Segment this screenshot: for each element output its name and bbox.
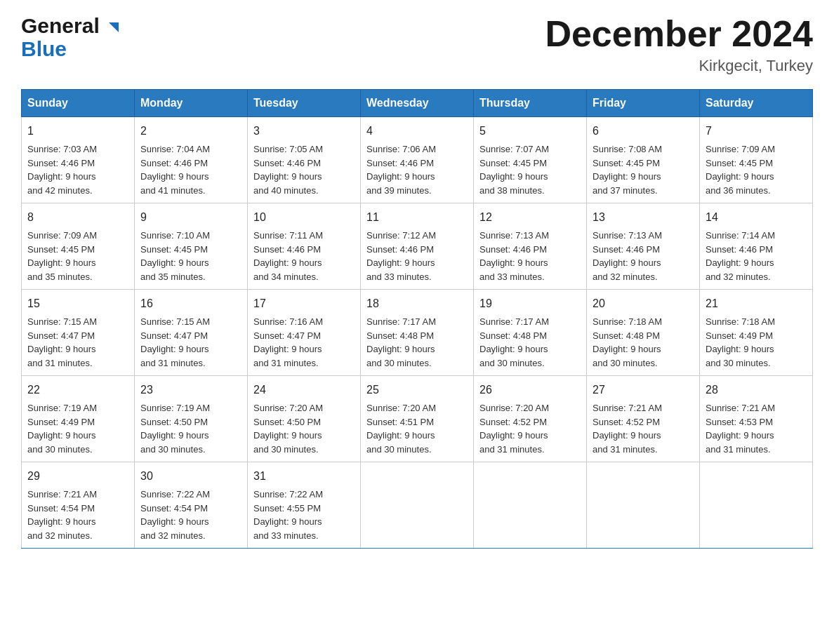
- day-number: 27: [593, 382, 694, 398]
- week-row-4: 22Sunrise: 7:19 AMSunset: 4:49 PMDayligh…: [22, 376, 813, 462]
- day-number: 26: [479, 382, 581, 398]
- day-info: Sunrise: 7:22 AMSunset: 4:55 PMDaylight:…: [253, 489, 323, 541]
- day-number: 17: [253, 295, 355, 312]
- calendar-cell: 4Sunrise: 7:06 AMSunset: 4:46 PMDaylight…: [361, 117, 474, 203]
- calendar-cell: 25Sunrise: 7:20 AMSunset: 4:51 PMDayligh…: [361, 376, 474, 462]
- day-info: Sunrise: 7:15 AMSunset: 4:47 PMDaylight:…: [140, 316, 210, 368]
- day-info: Sunrise: 7:09 AMSunset: 4:45 PMDaylight:…: [27, 230, 97, 282]
- calendar-cell: 2Sunrise: 7:04 AMSunset: 4:46 PMDaylight…: [135, 117, 248, 203]
- day-number: 23: [140, 382, 241, 398]
- day-info: Sunrise: 7:10 AMSunset: 4:45 PMDaylight:…: [140, 230, 210, 282]
- day-number: 28: [706, 382, 807, 398]
- day-number: 1: [27, 123, 128, 140]
- day-number: 10: [253, 209, 355, 226]
- calendar-cell: 22Sunrise: 7:19 AMSunset: 4:49 PMDayligh…: [22, 376, 135, 462]
- day-number: 16: [140, 295, 241, 312]
- calendar-cell: 16Sunrise: 7:15 AMSunset: 4:47 PMDayligh…: [135, 290, 248, 376]
- calendar-cell: 8Sunrise: 7:09 AMSunset: 4:45 PMDaylight…: [22, 203, 135, 290]
- day-number: 31: [253, 468, 355, 485]
- calendar-cell: [587, 462, 700, 549]
- day-info: Sunrise: 7:03 AMSunset: 4:46 PMDaylight:…: [27, 144, 97, 196]
- calendar-cell: 26Sunrise: 7:20 AMSunset: 4:52 PMDayligh…: [474, 376, 587, 462]
- day-number: 8: [27, 209, 128, 226]
- day-number: 30: [140, 468, 241, 485]
- day-info: Sunrise: 7:14 AMSunset: 4:46 PMDaylight:…: [706, 230, 775, 282]
- title-section: December 2024 Kirkgecit, Turkey: [545, 14, 813, 75]
- logo: General Blue: [21, 14, 121, 60]
- day-info: Sunrise: 7:20 AMSunset: 4:50 PMDaylight:…: [253, 403, 323, 455]
- calendar-cell: [361, 462, 474, 549]
- calendar-cell: 13Sunrise: 7:13 AMSunset: 4:46 PMDayligh…: [587, 203, 700, 290]
- weekday-header-saturday: Saturday: [700, 90, 813, 117]
- day-number: 7: [706, 123, 807, 140]
- calendar-cell: 29Sunrise: 7:21 AMSunset: 4:54 PMDayligh…: [22, 462, 135, 549]
- day-info: Sunrise: 7:12 AMSunset: 4:46 PMDaylight:…: [366, 230, 436, 282]
- day-info: Sunrise: 7:17 AMSunset: 4:48 PMDaylight:…: [366, 316, 436, 368]
- day-number: 13: [593, 209, 694, 226]
- day-info: Sunrise: 7:22 AMSunset: 4:54 PMDaylight:…: [140, 489, 210, 541]
- calendar-cell: 15Sunrise: 7:15 AMSunset: 4:47 PMDayligh…: [22, 290, 135, 376]
- weekday-header-tuesday: Tuesday: [248, 90, 361, 117]
- day-number: 25: [366, 382, 468, 398]
- calendar-cell: [700, 462, 813, 549]
- weekday-header-thursday: Thursday: [474, 90, 587, 117]
- calendar-cell: 11Sunrise: 7:12 AMSunset: 4:46 PMDayligh…: [361, 203, 474, 290]
- day-number: 24: [253, 382, 355, 398]
- weekday-header-row: SundayMondayTuesdayWednesdayThursdayFrid…: [22, 90, 813, 117]
- day-number: 22: [27, 382, 128, 398]
- logo-general-text: General: [21, 14, 121, 37]
- day-info: Sunrise: 7:21 AMSunset: 4:53 PMDaylight:…: [706, 403, 775, 455]
- calendar-cell: 20Sunrise: 7:18 AMSunset: 4:48 PMDayligh…: [587, 290, 700, 376]
- day-number: 3: [253, 123, 355, 140]
- day-info: Sunrise: 7:15 AMSunset: 4:47 PMDaylight:…: [27, 316, 97, 368]
- logo-triangle-icon: [106, 20, 121, 35]
- calendar-cell: 7Sunrise: 7:09 AMSunset: 4:45 PMDaylight…: [700, 117, 813, 203]
- day-number: 9: [140, 209, 241, 226]
- day-number: 12: [479, 209, 581, 226]
- day-info: Sunrise: 7:08 AMSunset: 4:45 PMDaylight:…: [593, 144, 662, 196]
- location: Kirkgecit, Turkey: [545, 57, 813, 75]
- week-row-2: 8Sunrise: 7:09 AMSunset: 4:45 PMDaylight…: [22, 203, 813, 290]
- calendar-cell: 24Sunrise: 7:20 AMSunset: 4:50 PMDayligh…: [248, 376, 361, 462]
- logo-blue-text: Blue: [21, 37, 67, 60]
- day-info: Sunrise: 7:17 AMSunset: 4:48 PMDaylight:…: [479, 316, 549, 368]
- calendar-cell: 27Sunrise: 7:21 AMSunset: 4:52 PMDayligh…: [587, 376, 700, 462]
- calendar-cell: 23Sunrise: 7:19 AMSunset: 4:50 PMDayligh…: [135, 376, 248, 462]
- day-number: 15: [27, 295, 128, 312]
- calendar-cell: 10Sunrise: 7:11 AMSunset: 4:46 PMDayligh…: [248, 203, 361, 290]
- calendar-cell: 3Sunrise: 7:05 AMSunset: 4:46 PMDaylight…: [248, 117, 361, 203]
- calendar-cell: 28Sunrise: 7:21 AMSunset: 4:53 PMDayligh…: [700, 376, 813, 462]
- day-info: Sunrise: 7:21 AMSunset: 4:52 PMDaylight:…: [593, 403, 662, 455]
- day-number: 11: [366, 209, 468, 226]
- day-info: Sunrise: 7:05 AMSunset: 4:46 PMDaylight:…: [253, 144, 323, 196]
- calendar-cell: 12Sunrise: 7:13 AMSunset: 4:46 PMDayligh…: [474, 203, 587, 290]
- calendar-cell: 9Sunrise: 7:10 AMSunset: 4:45 PMDaylight…: [135, 203, 248, 290]
- weekday-header-sunday: Sunday: [22, 90, 135, 117]
- day-number: 29: [27, 468, 128, 485]
- day-number: 19: [479, 295, 581, 312]
- calendar-cell: 31Sunrise: 7:22 AMSunset: 4:55 PMDayligh…: [248, 462, 361, 549]
- week-row-3: 15Sunrise: 7:15 AMSunset: 4:47 PMDayligh…: [22, 290, 813, 376]
- calendar-cell: 14Sunrise: 7:14 AMSunset: 4:46 PMDayligh…: [700, 203, 813, 290]
- day-number: 21: [706, 295, 807, 312]
- calendar-cell: 21Sunrise: 7:18 AMSunset: 4:49 PMDayligh…: [700, 290, 813, 376]
- weekday-header-monday: Monday: [135, 90, 248, 117]
- day-number: 2: [140, 123, 241, 140]
- day-info: Sunrise: 7:18 AMSunset: 4:48 PMDaylight:…: [593, 316, 662, 368]
- page-header: General Blue December 2024 Kirkgecit, Tu…: [21, 14, 813, 75]
- day-info: Sunrise: 7:13 AMSunset: 4:46 PMDaylight:…: [479, 230, 549, 282]
- month-title: December 2024: [545, 14, 813, 54]
- day-info: Sunrise: 7:20 AMSunset: 4:52 PMDaylight:…: [479, 403, 549, 455]
- day-info: Sunrise: 7:13 AMSunset: 4:46 PMDaylight:…: [593, 230, 662, 282]
- calendar-cell: 19Sunrise: 7:17 AMSunset: 4:48 PMDayligh…: [474, 290, 587, 376]
- calendar-cell: 6Sunrise: 7:08 AMSunset: 4:45 PMDaylight…: [587, 117, 700, 203]
- weekday-header-wednesday: Wednesday: [361, 90, 474, 117]
- day-number: 6: [593, 123, 694, 140]
- weekday-header-friday: Friday: [587, 90, 700, 117]
- calendar-cell: 17Sunrise: 7:16 AMSunset: 4:47 PMDayligh…: [248, 290, 361, 376]
- day-info: Sunrise: 7:19 AMSunset: 4:50 PMDaylight:…: [140, 403, 210, 455]
- calendar-cell: [474, 462, 587, 549]
- day-number: 5: [479, 123, 581, 140]
- day-info: Sunrise: 7:04 AMSunset: 4:46 PMDaylight:…: [140, 144, 210, 196]
- day-info: Sunrise: 7:20 AMSunset: 4:51 PMDaylight:…: [366, 403, 436, 455]
